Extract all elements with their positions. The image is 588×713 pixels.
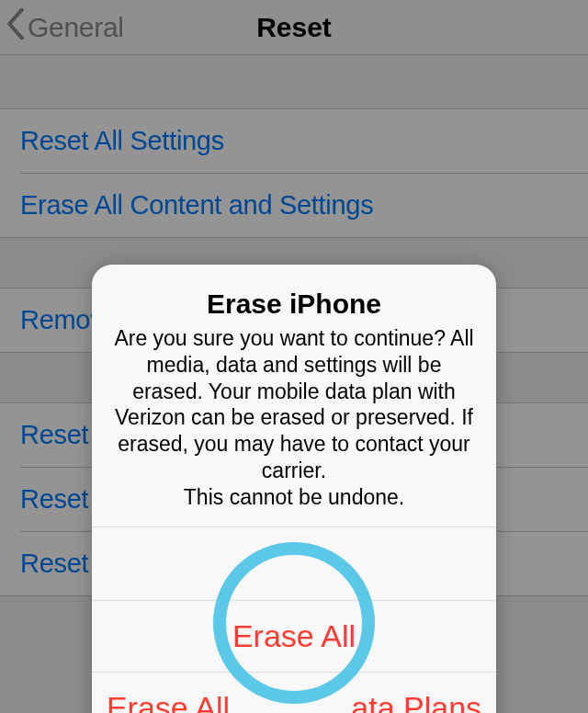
alert-gap (92, 526, 496, 600)
alert-body: Erase iPhone Are you sure you want to co… (92, 265, 496, 526)
alert-message: Are you sure you want to continue? All m… (112, 325, 476, 510)
alert-dialog: Erase iPhone Are you sure you want to co… (92, 265, 496, 713)
erase-all-data-plans-button[interactable]: Erase All ata Plans (92, 672, 496, 713)
erase-all-button[interactable]: Erase All (92, 600, 496, 672)
erase-all-data-plans-label: Erase All ata Plans (107, 690, 481, 713)
alert-title: Erase iPhone (112, 289, 476, 320)
